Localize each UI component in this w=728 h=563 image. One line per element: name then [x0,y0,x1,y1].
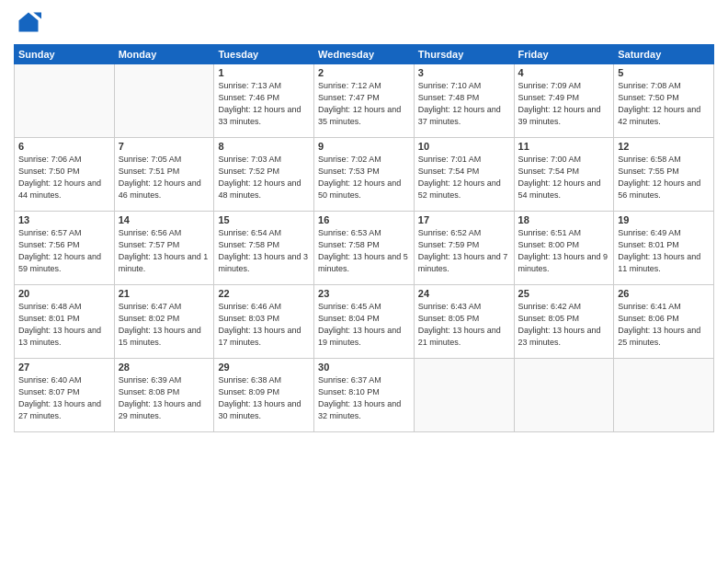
calendar-cell: 23 Sunrise: 6:45 AMSunset: 8:04 PMDaylig… [314,285,415,359]
day-info: Sunrise: 6:48 AMSunset: 8:01 PMDaylight:… [18,301,110,349]
day-info: Sunrise: 6:53 AMSunset: 7:58 PMDaylight:… [318,227,410,275]
day-info: Sunrise: 6:40 AMSunset: 8:07 PMDaylight:… [18,374,110,422]
calendar-cell [414,359,514,432]
calendar-cell: 17 Sunrise: 6:52 AMSunset: 7:59 PMDaylig… [414,212,514,285]
day-number: 1 [218,67,310,78]
day-info: Sunrise: 6:42 AMSunset: 8:05 PMDaylight:… [518,301,610,349]
day-info: Sunrise: 6:46 AMSunset: 8:03 PMDaylight:… [218,301,310,349]
calendar-cell: 11 Sunrise: 7:00 AMSunset: 7:54 PMDaylig… [514,138,614,212]
day-info: Sunrise: 6:54 AMSunset: 7:58 PMDaylight:… [218,227,310,275]
calendar-cell: 24 Sunrise: 6:43 AMSunset: 8:05 PMDaylig… [414,285,514,359]
calendar-cell: 20 Sunrise: 6:48 AMSunset: 8:01 PMDaylig… [15,285,115,359]
day-number: 12 [618,141,710,152]
week-row-1: 6 Sunrise: 7:06 AMSunset: 7:50 PMDayligh… [15,138,714,212]
day-number: 20 [18,288,110,299]
day-info: Sunrise: 7:12 AMSunset: 7:47 PMDaylight:… [318,80,410,128]
calendar-cell: 5 Sunrise: 7:08 AMSunset: 7:50 PMDayligh… [614,64,714,138]
day-info: Sunrise: 6:56 AMSunset: 7:57 PMDaylight:… [119,227,210,275]
weekday-header-monday: Monday [114,45,214,64]
weekday-header-saturday: Saturday [614,45,714,64]
day-number: 26 [618,288,710,299]
day-number: 25 [518,288,610,299]
day-info: Sunrise: 6:41 AMSunset: 8:06 PMDaylight:… [618,301,710,349]
calendar-cell: 3 Sunrise: 7:10 AMSunset: 7:48 PMDayligh… [414,64,514,138]
week-row-4: 27 Sunrise: 6:40 AMSunset: 8:07 PMDaylig… [15,359,714,432]
calendar-cell: 6 Sunrise: 7:06 AMSunset: 7:50 PMDayligh… [15,138,115,212]
day-info: Sunrise: 6:49 AMSunset: 8:01 PMDaylight:… [618,227,710,275]
day-number: 6 [18,141,110,152]
calendar-cell: 7 Sunrise: 7:05 AMSunset: 7:51 PMDayligh… [114,138,214,212]
week-row-2: 13 Sunrise: 6:57 AMSunset: 7:56 PMDaylig… [15,212,714,285]
weekday-header-row: SundayMondayTuesdayWednesdayThursdayFrid… [15,45,714,64]
day-number: 24 [418,288,510,299]
calendar-cell: 25 Sunrise: 6:42 AMSunset: 8:05 PMDaylig… [514,285,614,359]
weekday-header-tuesday: Tuesday [214,45,314,64]
day-number: 8 [218,141,310,152]
calendar-cell: 22 Sunrise: 6:46 AMSunset: 8:03 PMDaylig… [214,285,314,359]
day-number: 27 [18,362,110,373]
day-info: Sunrise: 6:45 AMSunset: 8:04 PMDaylight:… [318,301,410,349]
calendar-cell [514,359,614,432]
day-info: Sunrise: 7:06 AMSunset: 7:50 PMDaylight:… [18,154,110,201]
day-number: 28 [119,362,210,373]
day-number: 23 [318,288,410,299]
weekday-header-friday: Friday [514,45,614,64]
day-info: Sunrise: 6:37 AMSunset: 8:10 PMDaylight:… [318,374,410,422]
calendar-cell: 10 Sunrise: 7:01 AMSunset: 7:54 PMDaylig… [414,138,514,212]
day-number: 16 [318,214,410,225]
calendar-cell: 14 Sunrise: 6:56 AMSunset: 7:57 PMDaylig… [114,212,214,285]
day-number: 2 [318,67,410,78]
calendar-cell: 16 Sunrise: 6:53 AMSunset: 7:58 PMDaylig… [314,212,415,285]
day-info: Sunrise: 6:38 AMSunset: 8:09 PMDaylight:… [218,374,310,422]
header [14,9,714,39]
svg-marker-0 [19,13,39,32]
weekday-header-sunday: Sunday [15,45,115,64]
calendar-cell [15,64,115,138]
calendar-cell: 1 Sunrise: 7:13 AMSunset: 7:46 PMDayligh… [214,64,314,138]
week-row-3: 20 Sunrise: 6:48 AMSunset: 8:01 PMDaylig… [15,285,714,359]
page: SundayMondayTuesdayWednesdayThursdayFrid… [0,0,728,563]
day-number: 14 [119,214,210,225]
calendar-cell: 9 Sunrise: 7:02 AMSunset: 7:53 PMDayligh… [314,138,415,212]
day-info: Sunrise: 6:57 AMSunset: 7:56 PMDaylight:… [18,227,110,275]
calendar-cell: 21 Sunrise: 6:47 AMSunset: 8:02 PMDaylig… [114,285,214,359]
day-number: 19 [618,214,710,225]
weekday-header-wednesday: Wednesday [314,45,415,64]
day-info: Sunrise: 6:43 AMSunset: 8:05 PMDaylight:… [418,301,510,349]
logo [14,9,41,39]
day-number: 21 [119,288,210,299]
calendar-cell: 27 Sunrise: 6:40 AMSunset: 8:07 PMDaylig… [15,359,115,432]
calendar-cell: 2 Sunrise: 7:12 AMSunset: 7:47 PMDayligh… [314,64,415,138]
weekday-header-thursday: Thursday [414,45,514,64]
calendar-cell: 12 Sunrise: 6:58 AMSunset: 7:55 PMDaylig… [614,138,714,212]
calendar-cell: 8 Sunrise: 7:03 AMSunset: 7:52 PMDayligh… [214,138,314,212]
day-info: Sunrise: 7:03 AMSunset: 7:52 PMDaylight:… [218,154,310,201]
calendar-cell: 15 Sunrise: 6:54 AMSunset: 7:58 PMDaylig… [214,212,314,285]
day-number: 4 [518,67,610,78]
day-number: 11 [518,141,610,152]
day-info: Sunrise: 6:51 AMSunset: 8:00 PMDaylight:… [518,227,610,275]
day-number: 10 [418,141,510,152]
day-number: 9 [318,141,410,152]
week-row-0: 1 Sunrise: 7:13 AMSunset: 7:46 PMDayligh… [15,64,714,138]
day-info: Sunrise: 6:58 AMSunset: 7:55 PMDaylight:… [618,154,710,201]
calendar: SundayMondayTuesdayWednesdayThursdayFrid… [14,44,714,432]
logo-icon [16,9,41,35]
day-number: 22 [218,288,310,299]
day-number: 30 [318,362,410,373]
day-number: 29 [218,362,310,373]
day-number: 15 [218,214,310,225]
calendar-cell: 29 Sunrise: 6:38 AMSunset: 8:09 PMDaylig… [214,359,314,432]
day-info: Sunrise: 7:05 AMSunset: 7:51 PMDaylight:… [119,154,210,201]
day-number: 17 [418,214,510,225]
day-info: Sunrise: 7:01 AMSunset: 7:54 PMDaylight:… [418,154,510,201]
calendar-cell [614,359,714,432]
calendar-cell: 28 Sunrise: 6:39 AMSunset: 8:08 PMDaylig… [114,359,214,432]
day-number: 5 [618,67,710,78]
day-number: 7 [119,141,210,152]
day-info: Sunrise: 7:09 AMSunset: 7:49 PMDaylight:… [518,80,610,128]
day-number: 3 [418,67,510,78]
calendar-cell: 18 Sunrise: 6:51 AMSunset: 8:00 PMDaylig… [514,212,614,285]
calendar-cell: 30 Sunrise: 6:37 AMSunset: 8:10 PMDaylig… [314,359,415,432]
calendar-cell [114,64,214,138]
